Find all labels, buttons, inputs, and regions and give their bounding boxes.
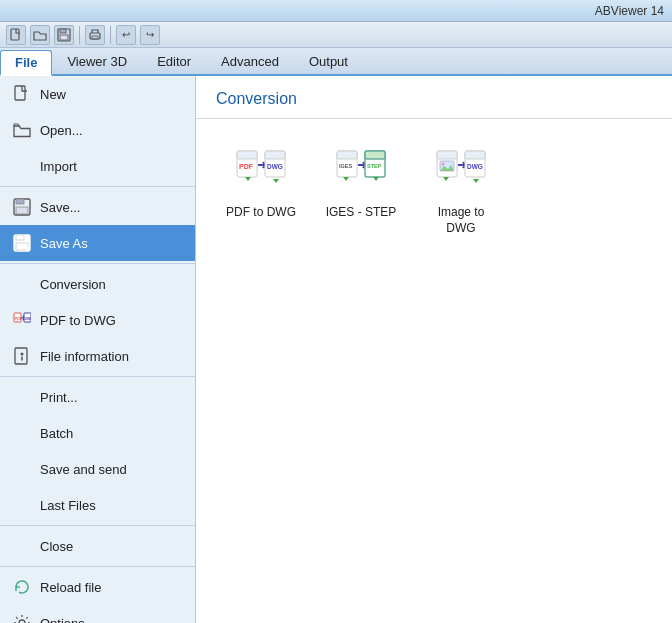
divider-3 xyxy=(0,376,195,377)
sidebar-item-options[interactable]: Options... xyxy=(0,605,195,623)
sidebar-item-save-and-send-label: Save and send xyxy=(40,462,127,477)
conversion-grid: PDF DWG PDF to DWG xyxy=(196,119,672,264)
conversion-item-iges-step-label: IGES - STEP xyxy=(326,205,397,221)
svg-text:DWG: DWG xyxy=(467,163,483,170)
svg-text:STEP: STEP xyxy=(367,163,382,169)
tab-viewer3d[interactable]: Viewer 3D xyxy=(52,48,142,74)
tab-file[interactable]: File xyxy=(0,50,52,76)
svg-text:DWG: DWG xyxy=(267,163,283,170)
sidebar-item-print[interactable]: Print... xyxy=(0,379,195,415)
divider-2 xyxy=(0,263,195,264)
svg-rect-37 xyxy=(437,151,457,159)
sidebar-item-open-label: Open... xyxy=(40,123,83,138)
toolbar-open-icon[interactable] xyxy=(30,25,50,45)
sidebar-item-save-as[interactable]: Save As xyxy=(0,225,195,261)
svg-rect-34 xyxy=(365,151,385,159)
sidebar-item-reload-file[interactable]: Reload file xyxy=(0,569,195,605)
svg-text:PDF: PDF xyxy=(239,163,254,170)
toolbar-separator-2 xyxy=(110,26,111,44)
svg-rect-6 xyxy=(15,86,25,100)
svg-rect-25 xyxy=(237,151,257,159)
import-icon xyxy=(12,156,32,176)
toolbar-undo-icon[interactable]: ↩ xyxy=(116,25,136,45)
sidebar-item-file-information[interactable]: File information xyxy=(0,338,195,374)
iges-step-icon: IGES STEP xyxy=(335,147,387,199)
divider-5 xyxy=(0,566,195,567)
sidebar-item-save[interactable]: Save... xyxy=(0,189,195,225)
close-item-icon xyxy=(12,536,32,556)
sidebar-item-import-label: Import xyxy=(40,159,77,174)
sidebar-item-new[interactable]: New xyxy=(0,76,195,112)
svg-rect-9 xyxy=(16,207,28,214)
open-folder-icon xyxy=(12,120,32,140)
sidebar-item-import[interactable]: Import xyxy=(0,148,195,184)
pdf-dwg-icon: PDF DWG xyxy=(12,310,32,330)
divider-4 xyxy=(0,525,195,526)
sidebar-item-new-label: New xyxy=(40,87,66,102)
ribbon-tabs: File Viewer 3D Editor Advanced Output xyxy=(0,48,672,76)
save-send-icon xyxy=(12,459,32,479)
file-info-icon xyxy=(12,346,32,366)
svg-rect-3 xyxy=(60,35,68,40)
new-doc-icon xyxy=(12,84,32,104)
pdf-to-dwg-icon: PDF DWG xyxy=(235,147,287,199)
sidebar-item-open[interactable]: Open... xyxy=(0,112,195,148)
svg-point-18 xyxy=(21,353,24,356)
save-icon xyxy=(12,197,32,217)
svg-text:IGES: IGES xyxy=(339,163,352,169)
app-title: ABViewer 14 xyxy=(595,4,664,18)
title-bar: ABViewer 14 xyxy=(0,0,672,22)
toolbar: ↩ ↪ xyxy=(0,22,672,48)
divider-1 xyxy=(0,186,195,187)
svg-rect-17 xyxy=(15,348,27,364)
svg-rect-8 xyxy=(16,199,24,204)
svg-rect-2 xyxy=(60,29,66,33)
toolbar-save-icon[interactable] xyxy=(54,25,74,45)
sidebar-item-last-files-label: Last Files xyxy=(40,498,96,513)
content-area: Conversion PDF xyxy=(196,76,672,623)
toolbar-new-icon[interactable] xyxy=(6,25,26,45)
sidebar-item-save-and-send[interactable]: Save and send xyxy=(0,451,195,487)
options-icon xyxy=(12,613,32,623)
toolbar-print-icon[interactable] xyxy=(85,25,105,45)
svg-rect-11 xyxy=(16,235,24,240)
tab-output[interactable]: Output xyxy=(294,48,363,74)
svg-point-39 xyxy=(442,163,445,166)
sidebar-item-last-files[interactable]: Last Files xyxy=(0,487,195,523)
last-files-icon xyxy=(12,495,32,515)
sidebar-item-options-label: Options... xyxy=(40,616,96,624)
svg-rect-31 xyxy=(337,151,357,159)
conversion-item-image-to-dwg[interactable]: DWG Image toDWG xyxy=(416,139,506,244)
image-to-dwg-icon: DWG xyxy=(435,147,487,199)
sidebar-item-save-as-label: Save As xyxy=(40,236,88,251)
conversion-item-image-to-dwg-label: Image toDWG xyxy=(438,205,485,236)
conversion-icon xyxy=(12,274,32,294)
sidebar-item-batch[interactable]: Batch xyxy=(0,415,195,451)
sidebar-item-conversion[interactable]: Conversion xyxy=(0,266,195,302)
svg-rect-0 xyxy=(11,29,19,40)
toolbar-redo-icon[interactable]: ↪ xyxy=(140,25,160,45)
sidebar-item-save-label: Save... xyxy=(40,200,80,215)
sidebar-item-pdf-to-dwg-label: PDF to DWG xyxy=(40,313,116,328)
sidebar-item-close[interactable]: Close xyxy=(0,528,195,564)
save-as-icon xyxy=(12,233,32,253)
print-icon xyxy=(12,387,32,407)
reload-icon xyxy=(12,577,32,597)
sidebar-item-conversion-label: Conversion xyxy=(40,277,106,292)
main-layout: New Open... Import Save... Sav xyxy=(0,76,672,623)
conversion-item-iges-step[interactable]: IGES STEP IGES - STEP xyxy=(316,139,406,244)
sidebar-item-file-information-label: File information xyxy=(40,349,129,364)
toolbar-separator-1 xyxy=(79,26,80,44)
sidebar-item-reload-file-label: Reload file xyxy=(40,580,101,595)
sidebar: New Open... Import Save... Sav xyxy=(0,76,196,623)
sidebar-item-print-label: Print... xyxy=(40,390,78,405)
batch-icon xyxy=(12,423,32,443)
conversion-item-pdf-to-dwg[interactable]: PDF DWG PDF to DWG xyxy=(216,139,306,244)
conversion-item-pdf-to-dwg-label: PDF to DWG xyxy=(226,205,296,221)
svg-rect-28 xyxy=(265,151,285,159)
sidebar-item-batch-label: Batch xyxy=(40,426,73,441)
sidebar-item-pdf-to-dwg[interactable]: PDF DWG PDF to DWG xyxy=(0,302,195,338)
tab-advanced[interactable]: Advanced xyxy=(206,48,294,74)
content-header: Conversion xyxy=(196,76,672,119)
tab-editor[interactable]: Editor xyxy=(142,48,206,74)
